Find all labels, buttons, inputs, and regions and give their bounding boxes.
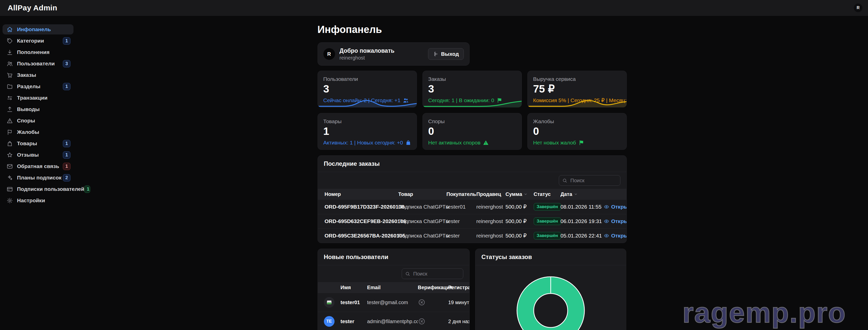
- user-row[interactable]: TE tester admin@filamentphp.co... 2 дня …: [318, 312, 469, 330]
- sidebar-item-feedback[interactable]: Обратная связь 1: [3, 161, 73, 171]
- sidebar-item-withdrawals[interactable]: Выводы: [3, 104, 73, 114]
- open-order-link[interactable]: Открыть: [604, 218, 627, 224]
- status-badge: Завершён: [534, 203, 561, 211]
- chevron-down-icon: [574, 192, 578, 196]
- stat-value: 0: [533, 126, 621, 137]
- sidebar-item-sections[interactable]: Разделы 1: [3, 81, 73, 91]
- sidebar-item-label: Разделы: [17, 83, 63, 89]
- stat-icon: [483, 140, 489, 146]
- order-seller: reinerghost: [476, 233, 505, 239]
- open-order-link[interactable]: Открыть: [604, 233, 627, 239]
- sidebar-item-badge: 1: [63, 140, 70, 147]
- order-product: Подписка ChatGPTы: [398, 204, 446, 210]
- col-verification: Верификация: [418, 284, 448, 291]
- sidebar-item-products[interactable]: Товары 1: [3, 139, 73, 149]
- stat-value: 75 ₽: [533, 84, 621, 94]
- sidebar-item-label: Товары: [17, 141, 63, 147]
- user-name: tester: [341, 319, 367, 324]
- stat-value: 1: [323, 126, 411, 137]
- order-number: ORD-695F9B17D323F-20260108: [324, 204, 398, 210]
- sidebar-item-label: Настройки: [17, 198, 70, 204]
- logout-button[interactable]: Выход: [428, 48, 464, 60]
- search-icon: [562, 178, 567, 183]
- col-buyer: Покупатель: [446, 191, 476, 197]
- open-order-label: Открыть: [611, 233, 627, 239]
- sidebar-item-transactions[interactable]: Транзакции: [3, 93, 73, 103]
- sidebar-item-icon: [7, 72, 13, 78]
- new-users-title: Новые пользователи: [318, 249, 469, 265]
- col-number: Номер: [324, 191, 398, 197]
- x-circle-icon: [418, 299, 426, 306]
- sidebar-item-complaints[interactable]: Жалобы: [3, 127, 73, 137]
- sidebar-item-badge: 1: [63, 151, 70, 159]
- user-registered: 19 минут назад: [448, 300, 470, 305]
- sidebar-item-user-subscriptions[interactable]: Подписки пользователей 1: [3, 184, 73, 194]
- open-order-link[interactable]: Открыть: [604, 204, 627, 210]
- sidebar-item-badge: 3: [63, 60, 70, 67]
- sidebar-item-label: Планы подписок: [17, 175, 63, 181]
- sidebar-item-categories[interactable]: Категории 1: [3, 36, 73, 46]
- status-badge: Завершён: [534, 232, 561, 240]
- sidebar-item-disputes[interactable]: Споры: [3, 116, 73, 126]
- donut-chart: [475, 265, 626, 330]
- order-row[interactable]: ORD-695C3E26567BA-20260105 Подписка Chat…: [318, 228, 626, 243]
- x-circle-icon: [418, 318, 426, 325]
- col-amount-sort[interactable]: Сумма: [505, 191, 534, 197]
- search-icon: [405, 271, 410, 276]
- col-date-sort[interactable]: Дата: [561, 191, 604, 197]
- order-status: Завершён: [534, 203, 561, 211]
- sidebar-item-icon: [7, 61, 13, 67]
- sidebar-item-label: Выводы: [17, 106, 70, 112]
- users-search[interactable]: [402, 268, 463, 279]
- stat-card: Товары 1 Активных: 1 | Новых сегодня: +0: [317, 113, 417, 150]
- stat-value: 3: [323, 84, 411, 94]
- order-buyer: tester01: [446, 204, 476, 210]
- user-avatar[interactable]: R: [854, 4, 862, 12]
- orders-panel: Последние заказы Номер Товар Покупатель …: [317, 155, 627, 243]
- sidebar-item-icon: [7, 38, 13, 44]
- sidebar-item-orders[interactable]: Заказы: [3, 70, 73, 80]
- order-amount: 500,00 ₽: [505, 218, 534, 224]
- sidebar-item-badge: 1: [63, 163, 70, 170]
- stat-card: Споры 0 Нет активных споров: [423, 113, 522, 150]
- orders-search[interactable]: [559, 175, 620, 186]
- sidebar-item-topups[interactable]: Пополнения: [3, 47, 73, 57]
- status-badge: Завершён: [534, 217, 561, 225]
- order-buyer: tester: [446, 218, 476, 224]
- sidebar-item-icon: [7, 152, 13, 158]
- sidebar-item-subscription-plans[interactable]: Планы подписок 2: [3, 173, 73, 183]
- sidebar-item-icon: [7, 141, 13, 147]
- order-product: Подписка ChatGPTы: [398, 233, 446, 239]
- col-name: Имя: [341, 284, 367, 291]
- sidebar-item-settings[interactable]: Настройки: [3, 196, 73, 206]
- order-row[interactable]: ORD-695F9B17D323F-20260108 Подписка Chat…: [318, 200, 626, 214]
- stat-icon: [578, 140, 584, 146]
- sidebar-item-label: Споры: [17, 118, 70, 124]
- stat-subtitle-text: Нет активных споров: [428, 140, 480, 146]
- sidebar-nav: Инфопанель Категории 1 Пополнения Пользо…: [3, 24, 73, 206]
- user-row[interactable]: tester01 tester@gmail.com 19 минут назад: [318, 293, 469, 312]
- sidebar-item-icon: [7, 175, 13, 181]
- sidebar-item-label: Инфопанель: [17, 26, 70, 32]
- logout-icon: [433, 51, 438, 57]
- order-row[interactable]: ORD-695D632CEF9EB-20260106 Подписка Chat…: [318, 214, 626, 228]
- sidebar-item-users[interactable]: Пользователи 3: [3, 59, 73, 69]
- sidebar-item-icon: [7, 118, 13, 124]
- order-status: Завершён: [534, 232, 561, 240]
- sidebar-item-reviews[interactable]: Отзывы 1: [3, 150, 73, 160]
- sidebar-item-dashboard[interactable]: Инфопанель: [3, 24, 73, 34]
- orders-search-input[interactable]: [570, 177, 617, 184]
- stat-label: Выручка сервиса: [533, 76, 621, 82]
- welcome-username: reinerghost: [340, 55, 395, 61]
- sidebar-item-label: Заказы: [17, 72, 70, 78]
- users-search-input[interactable]: [413, 271, 460, 277]
- col-status: Статус: [534, 191, 561, 197]
- stat-subtitle: Нет новых жалоб: [533, 140, 621, 146]
- order-buyer: tester: [446, 233, 476, 239]
- user-avatar-cell: TE: [324, 316, 341, 327]
- col-product: Товар: [398, 191, 446, 197]
- stat-sparkline: [528, 94, 626, 108]
- eye-icon: [604, 218, 609, 224]
- stat-label: Споры: [428, 118, 516, 124]
- col-registration: Регистрация: [448, 284, 470, 291]
